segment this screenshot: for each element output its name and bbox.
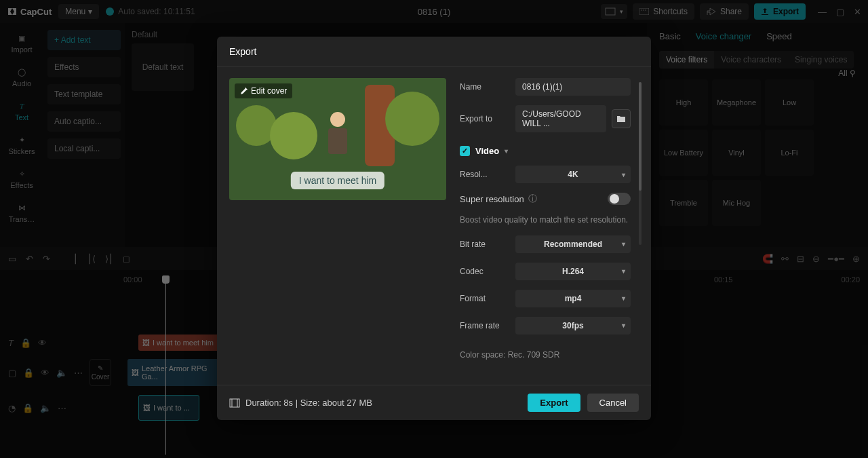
select-value: Recommended: [544, 240, 602, 249]
codec-label: Codec: [460, 267, 510, 276]
resolution-select[interactable]: 4K▾: [515, 166, 631, 183]
film-icon: [229, 398, 240, 408]
framerate-label: Frame rate: [460, 321, 510, 330]
chevron-down-icon: ▾: [622, 171, 625, 178]
colorspace-info: Color space: Rec. 709 SDR: [460, 349, 631, 361]
footer-buttons: Export Cancel: [528, 394, 639, 412]
video-section-header[interactable]: ✓ Video ▾: [460, 146, 631, 156]
chevron-down-icon: ▾: [622, 322, 625, 329]
codec-select[interactable]: H.264▾: [515, 263, 631, 280]
select-value: mp4: [565, 294, 582, 303]
resolution-row: Resol... 4K▾: [460, 166, 631, 183]
bitrate-label: Bit rate: [460, 240, 510, 249]
scrollbar[interactable]: [639, 82, 642, 245]
codec-row: Codec H.264▾: [460, 263, 631, 280]
select-value: H.264: [562, 267, 584, 276]
export-form: Name Export to C:/Users/GOOD WILL ... ✓ …: [460, 78, 642, 374]
info-icon[interactable]: ⓘ: [528, 193, 537, 205]
svg-rect-5: [230, 399, 239, 407]
modal-body: Edit cover I want to meet him Name Expor…: [217, 67, 651, 385]
footer-info-text: Duration: 8s | Size: about 27 MB: [245, 398, 372, 408]
confirm-export-button[interactable]: Export: [528, 394, 580, 412]
scrollbar-thumb[interactable]: [639, 82, 642, 191]
super-resolution-hint: Boost video quality to match the set res…: [460, 214, 631, 226]
modal-footer: Duration: 8s | Size: about 27 MB Export …: [217, 385, 651, 420]
super-resolution-row: Super resolution ⓘ: [460, 193, 631, 205]
browse-folder-button[interactable]: [612, 109, 631, 128]
select-value: 30fps: [562, 321, 583, 330]
format-label: Format: [460, 294, 510, 303]
modal-title: Export: [217, 37, 651, 67]
bitrate-select[interactable]: Recommended▾: [515, 235, 631, 253]
bitrate-row: Bit rate Recommended▾: [460, 235, 631, 253]
chevron-down-icon: ▾: [622, 294, 625, 302]
resolution-label: Resol...: [460, 170, 510, 179]
folder-icon: [616, 115, 626, 123]
framerate-select[interactable]: 30fps▾: [515, 317, 631, 335]
export-path: C:/Users/GOOD WILL ...: [515, 105, 606, 132]
chevron-down-icon: ▾: [505, 147, 508, 155]
cover-column: Edit cover I want to meet him: [229, 78, 446, 374]
name-input[interactable]: [515, 78, 631, 96]
footer-info: Duration: 8s | Size: about 27 MB: [229, 398, 372, 408]
path-row: Export to C:/Users/GOOD WILL ...: [460, 105, 631, 132]
select-value: 4K: [568, 170, 578, 179]
name-row: Name: [460, 78, 631, 96]
edit-cover-label: Edit cover: [251, 86, 287, 96]
name-label: Name: [460, 82, 510, 92]
export-to-label: Export to: [460, 114, 510, 123]
format-row: Format mp4▾: [460, 290, 631, 307]
video-header-label: Video: [475, 146, 499, 156]
chevron-down-icon: ▾: [622, 267, 625, 275]
character-illustration: [324, 112, 351, 166]
cancel-button[interactable]: Cancel: [587, 394, 639, 412]
chevron-down-icon: ▾: [622, 240, 625, 248]
preview-subtitle: I want to meet him: [291, 172, 384, 189]
edit-cover-button[interactable]: Edit cover: [235, 83, 292, 98]
pencil-icon: [240, 88, 248, 95]
cover-preview: Edit cover I want to meet him: [229, 78, 446, 200]
framerate-row: Frame rate 30fps▾: [460, 317, 631, 335]
super-resolution-label: Super resolution: [460, 194, 524, 204]
video-checkbox[interactable]: ✓: [460, 146, 470, 156]
format-select[interactable]: mp4▾: [515, 290, 631, 307]
super-resolution-toggle[interactable]: [608, 193, 631, 205]
export-modal: Export Edit cover I want to meet him: [217, 37, 651, 420]
